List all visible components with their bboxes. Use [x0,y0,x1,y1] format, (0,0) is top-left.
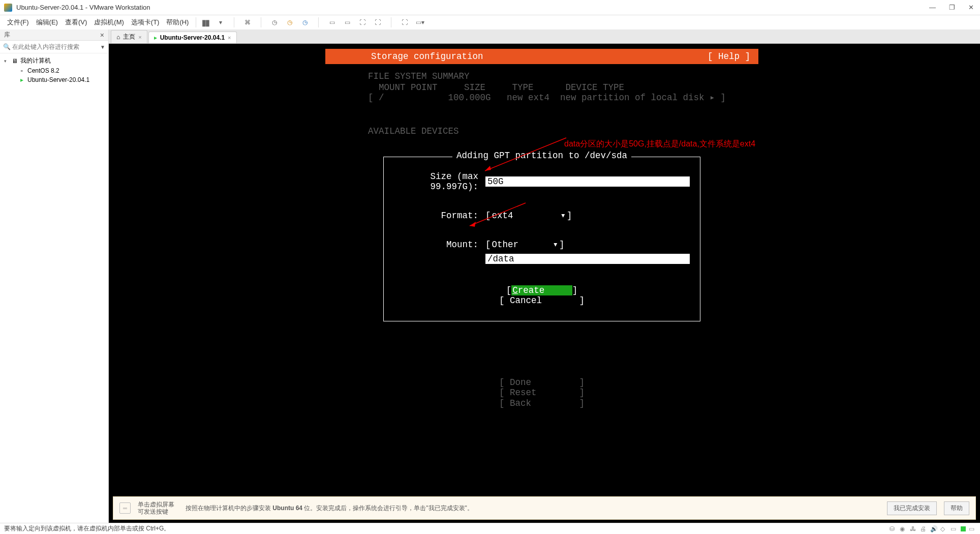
pause-icon[interactable]: ▮▮ [200,17,210,27]
view-single-icon[interactable]: ▭ [327,17,337,27]
tree-item-label: Ubuntu-Server-20.04.1 [27,76,89,83]
cd-icon[interactable]: ◉ [900,525,907,532]
mount-select[interactable]: [ Other ▾ ] [485,239,565,250]
view-console-icon[interactable]: ▭ [342,17,352,27]
window-titlebar: Ubuntu-Server-20.04.1 - VMware Workstati… [0,0,980,15]
tab-home[interactable]: ⌂ 主页 × [111,30,147,43]
btn-row: [ Create ] [390,285,694,295]
hint-wrapper: ▫▫ 单击虚拟屏幕可发送按键 按照在物理计算机中的步骤安装 Ubuntu 64 … [0,493,980,523]
stretch-icon[interactable]: ▭▾ [415,17,425,27]
separator [391,17,391,27]
library-search-input[interactable] [10,42,100,51]
search-dropdown-icon[interactable]: ▼ [100,44,105,50]
separator [261,17,261,27]
mount-input[interactable]: /data [485,254,690,264]
help-button[interactable]: [ Help ] [708,51,750,62]
menu-help[interactable]: 帮助(H) [163,16,192,29]
message-icon[interactable]: ▭ [969,525,976,532]
bracket: [ [485,240,491,250]
cancel-button[interactable]: [ Cancel ] [499,295,585,306]
separator [234,17,234,27]
installer-body: FILE SYSTEM SUMMARY MOUNT POINT SIZE TYP… [325,64,758,408]
svg-line-0 [485,138,566,171]
view-thumbnail-icon[interactable]: ⛶ [373,17,383,27]
menu-edit[interactable]: 编辑(E) [33,16,61,29]
tree-item-ubuntu[interactable]: ▸ Ubuntu-Server-20.04.1 [0,75,108,84]
dropdown-icon[interactable]: ▾ [216,17,226,27]
hint-pre: 按照在物理计算机中的步骤安装 [186,505,272,512]
disk-icon[interactable]: ⛁ [890,525,897,532]
main-area: 库 × 🔍 ▼ ▾ 🖥 我的计算机 ▫ CentOS 8.2 ▸ Ubuntu-… [0,29,980,523]
size-input[interactable]: 50G [485,176,690,187]
bracket: ] [559,240,565,250]
done-button[interactable]: [ Done ] [325,377,758,388]
statusbar-tray: ⛁ ◉ 🖧 🖨 🔊 ◇ ▭ ▭ [890,525,976,532]
filesystem-summary-title: FILE SYSTEM SUMMARY [325,71,758,81]
chevron-down-icon: ▾ [552,239,560,250]
annotation-text: data分区的大小是50G,挂载点是/data,文件系统是ext4 [564,139,755,150]
snapshot-revert-icon[interactable]: ◷ [285,17,295,27]
bracket: ] [567,211,572,221]
add-partition-dialog: Adding GPT partition to /dev/sda Size (m… [383,157,700,321]
library-tree: ▾ 🖥 我的计算机 ▫ CentOS 8.2 ▸ Ubuntu-Server-2… [0,53,108,86]
snapshot-manager-icon[interactable]: ◷ [300,17,310,27]
mount-select-value: Other [491,240,552,250]
fullscreen-icon[interactable]: ⛶ [400,17,410,27]
expand-icon[interactable]: ▾ [4,58,9,64]
install-done-button[interactable]: 我已完成安装 [887,501,937,515]
view-unity-icon[interactable]: ⛶ [357,17,368,27]
computer-icon: 🖥 [11,57,18,65]
search-icon: 🔍 [3,43,10,50]
filesystem-columns: MOUNT POINT SIZE TYPE DEVICE TYPE [325,82,758,93]
size-label: Size (max 99.997G): [390,171,485,192]
tree-root-label: 我的计算机 [20,56,51,65]
display-icon[interactable]: ▭ [951,525,958,532]
close-button[interactable]: ✕ [966,2,976,13]
hint-bar: ▫▫ 单击虚拟屏幕可发送按键 按照在物理计算机中的步骤安装 Ubuntu 64 … [113,496,976,520]
send-ctrl-alt-del-icon[interactable]: ⌘ [242,17,253,27]
reset-button[interactable]: [ Reset ] [325,388,758,398]
maximize-button[interactable]: ❐ [947,2,957,13]
hint-click-text: 单击虚拟屏幕可发送按键 [138,501,178,516]
library-close-icon[interactable]: × [100,31,104,39]
installer-header: Storage configuration [ Help ] [325,49,758,64]
printer-icon[interactable]: 🖨 [920,525,927,532]
library-sidebar: 库 × 🔍 ▼ ▾ 🖥 我的计算机 ▫ CentOS 8.2 ▸ Ubuntu-… [0,29,109,523]
tab-label: Ubuntu-Server-20.04.1 [160,34,225,41]
menu-vm[interactable]: 虚拟机(M) [91,16,127,29]
tree-item-label: CentOS 8.2 [27,67,59,74]
tab-close-icon[interactable]: × [228,35,231,41]
menu-tabs[interactable]: 选项卡(T) [128,16,163,29]
back-button[interactable]: [ Back ] [325,398,758,408]
window-controls: — ❐ ✕ [927,2,976,13]
filesystem-row-root[interactable]: [ / 100.000G new ext4 new partition of l… [325,93,758,103]
hint-post: 位。安装完成后，操作系统会进行引导，单击"我已完成安装"。 [302,505,473,512]
network-icon[interactable]: 🖧 [910,525,917,532]
toolbar: ▮▮ ▾ ⌘ ◷ ◷ ◷ ▭ ▭ ⛶ ⛶ ⛶ ▭▾ [200,17,425,27]
usb-icon[interactable]: ◇ [940,525,947,532]
menu-file[interactable]: 文件(F) [4,16,32,29]
status-text: 要将输入定向到该虚拟机，请在虚拟机内部单击或按 Ctrl+G。 [4,524,890,533]
help-button[interactable]: 帮助 [944,501,969,515]
minimize-button[interactable]: — [927,2,938,13]
library-search: 🔍 ▼ [0,41,108,53]
tab-ubuntu-server[interactable]: ▸ Ubuntu-Server-20.04.1 × [148,32,237,43]
menubar: 文件(F) 编辑(E) 查看(V) 虚拟机(M) 选项卡(T) 帮助(H) ▮▮… [0,15,980,29]
vm-icon: ▫ [18,67,25,74]
format-row: Format: [ ext4 ▾ ] [390,210,694,221]
vm-console[interactable]: Storage configuration [ Help ] FILE SYST… [109,44,980,523]
library-header: 库 × [0,29,108,41]
tree-item-centos[interactable]: ▫ CentOS 8.2 [0,66,108,75]
bracket: ] [572,285,578,295]
bracket: [ [506,285,512,295]
svg-marker-3 [470,222,476,227]
home-icon: ⌂ [116,34,120,41]
tab-close-icon[interactable]: × [138,34,141,40]
library-title: 库 [4,31,10,39]
tree-root-my-computer[interactable]: ▾ 🖥 我的计算机 [0,55,108,66]
create-button[interactable]: Create [511,285,572,295]
sound-icon[interactable]: 🔊 [930,525,937,532]
menu-view[interactable]: 查看(V) [62,16,90,29]
snapshot-icon[interactable]: ◷ [269,17,280,27]
annotation-arrow-2 [465,200,531,231]
